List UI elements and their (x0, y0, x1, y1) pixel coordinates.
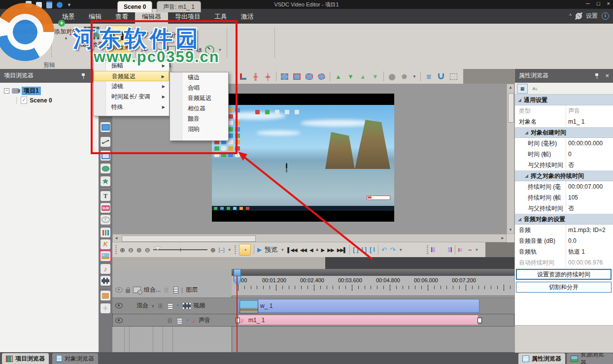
align-center-horizontal-icon[interactable]: ╪ (264, 72, 272, 81)
tooltip-tool-icon[interactable]: T (101, 215, 110, 225)
cut-split-button[interactable]: 切割和分开 (141, 31, 183, 39)
chart-tool-icon[interactable] (101, 228, 110, 237)
bottom-tab-resources[interactable]: 资源浏览器 (567, 353, 613, 364)
sprite-tool-icon[interactable] (101, 122, 110, 132)
animation-tool-icon[interactable]: K (101, 239, 110, 249)
pin-icon[interactable] (81, 73, 86, 79)
rotate-cw-icon[interactable]: ↻90 (187, 46, 193, 54)
track-list-icon[interactable] (168, 302, 173, 309)
properties-list-icon[interactable]: ≣ (425, 72, 433, 81)
rotate-ccw-icon[interactable]: ↺90 (196, 46, 202, 54)
group-general-settings[interactable]: 通用设置 (515, 95, 613, 105)
close-panel-icon[interactable]: × (605, 69, 609, 82)
selection-brackets-icon[interactable]: [ ] (353, 246, 358, 253)
open-project-icon[interactable] (36, 2, 42, 8)
waveform-icon[interactable] (167, 318, 174, 323)
image-tool-icon[interactable] (101, 251, 110, 261)
new-project-icon[interactable] (26, 1, 32, 8)
gear-icon[interactable] (576, 13, 582, 19)
move-up-layer-icon[interactable]: ▲ (334, 72, 342, 81)
movement-tool-icon[interactable]: ✛ (101, 303, 110, 313)
group-creation-time[interactable]: 对象创建时间 (515, 127, 613, 138)
scissors-dropdown-icon[interactable]: ▼ (151, 48, 155, 52)
track-list-icon[interactable] (177, 317, 182, 324)
zoom-slider-minus-icon[interactable]: ⊖ (145, 246, 150, 254)
marker-right-icon[interactable] (443, 247, 452, 252)
pin-icon[interactable] (594, 73, 599, 79)
lock-icon[interactable] (126, 289, 130, 293)
tree-collapse-icon[interactable]: − (4, 88, 9, 94)
blend-mode-select[interactable]: 混合 (136, 301, 148, 310)
split-scissors-icon[interactable]: ✂ (158, 46, 165, 55)
step-back-button[interactable]: ◀ (309, 247, 313, 253)
align-bottom-icon[interactable] (239, 72, 247, 81)
timeline-zoom-100-icon[interactable]: ⊚ (136, 246, 142, 254)
set-resource-duration-button[interactable]: 设置资源的持续时间 (516, 269, 612, 280)
project-node-label[interactable]: 项目1 (22, 87, 41, 95)
submenu-item-phaser[interactable]: 相位器 (170, 103, 228, 114)
clip-resize-handle-right[interactable] (477, 318, 482, 323)
add-object-button[interactable]: 添加对象 ▼ (53, 27, 79, 41)
menu-item-audio-delay[interactable]: 音频延迟▶ (94, 71, 169, 81)
crop-dropdown-icon[interactable]: ▼ (179, 48, 183, 52)
scroll-down-icon[interactable]: ▼ (507, 227, 514, 233)
eye-icon[interactable] (115, 287, 123, 293)
combine-shape-icon[interactable] (133, 287, 141, 293)
waveform-icon[interactable] (158, 303, 165, 308)
blend-caret-icon[interactable]: ∨ (151, 303, 155, 308)
rewind-button[interactable]: ◀◀ (300, 247, 306, 253)
video-clip[interactable]: w_ 1 (238, 299, 479, 313)
menu-item-special[interactable]: 特殊▶ (94, 102, 169, 112)
collapse-ribbon-icon[interactable]: ^ (569, 13, 572, 19)
zoom-group-dropdown-icon[interactable]: ▼ (228, 248, 232, 252)
scroll-up-icon[interactable]: ▲ (507, 84, 514, 91)
preview-play-icon[interactable]: ▶ (257, 246, 262, 253)
fit-object-icon[interactable] (317, 72, 326, 81)
text-tool-icon[interactable]: T (101, 191, 110, 201)
quick-access-dropdown-icon[interactable]: ▼ (67, 2, 71, 7)
run-preview-icon[interactable] (57, 2, 63, 8)
timeline-zoom-out-icon[interactable]: ⊖ (128, 246, 134, 254)
group-audio-settings[interactable]: 音频对象的设置 (515, 214, 613, 225)
audio-tool-icon[interactable]: ♪ (101, 264, 110, 274)
scroll-right-icon[interactable]: ► (499, 235, 506, 242)
audio-effects-button[interactable]: 音频效果 ▼ (105, 26, 131, 62)
freeshape-tool-icon[interactable] (101, 176, 110, 186)
time-display-toggle-button[interactable]: ◔ (239, 244, 251, 256)
preview-dropdown-icon[interactable]: ▼ (280, 248, 284, 252)
settings-label[interactable]: 设置 (586, 12, 598, 20)
wrench-dropdown-icon[interactable]: ▼ (218, 48, 222, 52)
curve-tool-icon[interactable] (101, 137, 110, 147)
tree-node-scene[interactable]: ┊ ✓ Scene 0 (15, 97, 52, 104)
align-center-vertical-icon[interactable]: ╫ (251, 72, 260, 81)
video-effects-button[interactable]: 视频效果 ▼ (79, 27, 104, 54)
zoom-slider-plus-icon[interactable]: ⊕ (210, 246, 216, 254)
marker-left-icon[interactable] (431, 247, 440, 252)
vertical-scroll-thumb[interactable] (508, 93, 514, 123)
column-icon[interactable] (173, 287, 178, 294)
info-icon[interactable]: i (602, 12, 609, 20)
sort-az-button[interactable]: A↓ (530, 84, 541, 94)
tab-project[interactable]: 项目 (29, 9, 55, 24)
move-down-layer-icon[interactable]: ▼ (346, 72, 355, 81)
fit-scene-icon[interactable] (305, 72, 313, 81)
timeline-zoom-in-icon[interactable]: ⊕ (120, 246, 125, 254)
ellipse-tool-icon[interactable] (101, 164, 110, 173)
timeline-ruler[interactable]: 000 00:01.200 00:02.400 00:03.600 00:04.… (232, 276, 514, 296)
history-dropdown-icon[interactable]: ▼ (399, 248, 403, 252)
preview-button[interactable]: 预览 (265, 245, 277, 254)
group-objects-icon[interactable]: ⬤ (388, 72, 396, 81)
selection-start-icon[interactable]: I ] (361, 246, 367, 253)
fit-width-icon[interactable] (280, 72, 289, 81)
video-tool-icon[interactable] (101, 276, 110, 286)
submenu-item-audio-delay[interactable]: 音频延迟 (170, 93, 228, 103)
group-object-duration[interactable]: 挥之对象的持续时间 (515, 170, 613, 181)
rectangle-tool-icon[interactable] (101, 151, 110, 161)
move-bottom-icon[interactable]: ▼ (371, 72, 379, 81)
tab-activate[interactable]: 激活 (234, 9, 261, 24)
spectrum-tool-icon[interactable] (101, 291, 110, 300)
submenu-item-flanger[interactable]: 镶边 (170, 72, 228, 83)
scissors-icon[interactable]: ✂ (141, 46, 147, 55)
tab-tools[interactable]: 工具 (207, 9, 234, 24)
submenu-item-tremolo[interactable]: 颤音 (170, 114, 228, 124)
